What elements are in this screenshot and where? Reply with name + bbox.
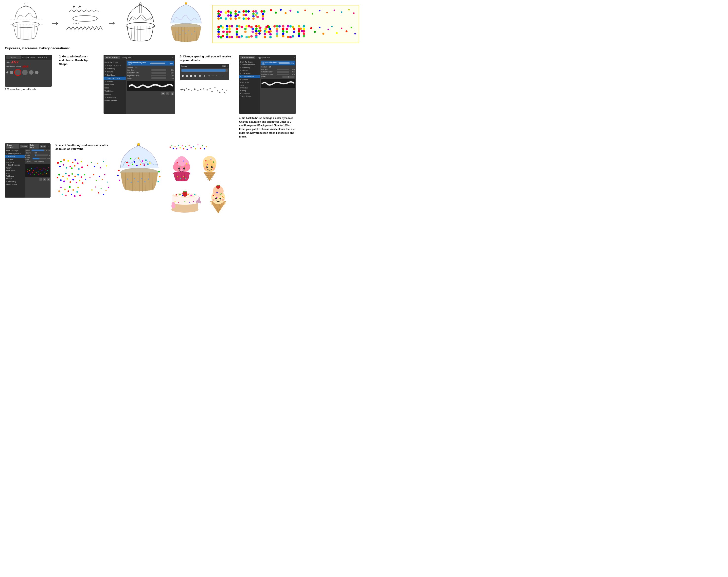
svg-point-139 [236,31,238,33]
svg-point-318 [68,190,69,192]
svg-point-392 [173,148,174,149]
decoration-box [212,5,359,43]
svg-point-274 [45,169,46,170]
svg-point-142 [238,36,241,38]
svg-point-148 [252,28,254,30]
svg-point-335 [96,180,97,181]
arrow-icon-2 [108,20,116,27]
svg-point-20 [73,16,97,22]
svg-point-233 [223,75,223,76]
svg-point-230 [212,75,213,76]
svg-point-304 [73,178,74,180]
svg-point-465 [194,194,196,195]
svg-point-260 [32,172,33,173]
svg-point-61 [217,18,220,20]
svg-point-268 [40,169,41,170]
svg-point-341 [95,187,96,188]
svg-point-493 [212,199,214,201]
svg-text:★: ★ [207,164,208,165]
svg-point-361 [128,165,129,166]
svg-point-309 [81,176,82,178]
svg-point-64 [219,14,221,16]
svg-point-69 [230,18,232,20]
svg-point-198 [289,36,292,38]
svg-point-284 [68,160,69,162]
svg-point-172 [268,28,271,30]
svg-point-156 [255,30,258,32]
svg-point-208 [303,28,305,30]
svg-point-253 [227,90,227,91]
svg-point-286 [72,162,74,163]
svg-point-174 [269,33,272,35]
svg-point-214 [319,27,320,28]
svg-point-225 [190,75,192,77]
svg-point-344 [103,194,104,195]
svg-text:↑: ↑ [73,6,74,9]
svg-point-259 [31,168,32,169]
svg-point-469 [189,202,190,203]
svg-point-461 [180,194,181,195]
svg-point-127 [226,28,228,30]
svg-point-111 [341,11,342,13]
svg-point-470 [193,201,194,202]
svg-point-177 [268,31,270,33]
svg-point-285 [70,166,71,167]
svg-point-379 [134,178,135,180]
arrow-icon [52,20,59,27]
svg-point-153 [250,35,253,38]
svg-point-83 [245,14,247,16]
svg-text:★: ★ [211,164,213,166]
svg-point-257 [29,170,30,171]
svg-point-210 [303,32,305,35]
svg-point-220 [346,30,347,32]
svg-point-491 [215,198,217,199]
kawaii-icecream-2 [205,184,232,215]
svg-point-316 [64,189,66,190]
step1-area: Normal Opacity: 100% Flow: 100% Size ANY… [5,55,54,91]
svg-point-145 [248,25,250,28]
svg-point-297 [62,176,63,177]
svg-point-203 [298,32,300,35]
svg-point-137 [241,26,243,28]
svg-point-166 [264,33,266,35]
svg-point-472 [172,202,175,205]
brush-tip-diagram: = ↓ ↑ ↑ = ↓ [64,5,104,39]
svg-point-264 [36,172,37,173]
svg-point-164 [258,32,261,35]
svg-point-113 [353,12,355,14]
svg-point-321 [73,189,74,191]
svg-point-441 [211,166,213,168]
svg-text:↓: ↓ [78,6,79,9]
svg-point-163 [258,30,260,32]
svg-point-81 [247,10,250,12]
svg-point-116 [217,31,220,33]
svg-point-336 [99,176,100,177]
svg-point-340 [92,189,93,190]
svg-point-235 [180,89,182,90]
svg-point-187 [282,30,285,32]
svg-point-63 [220,17,223,19]
svg-point-197 [287,36,289,38]
svg-point-128 [228,28,231,30]
svg-point-196 [293,31,295,33]
svg-point-315 [62,194,63,195]
svg-point-279 [60,161,62,162]
svg-point-334 [93,174,95,175]
svg-point-51 [177,31,178,32]
svg-point-429 [177,176,178,177]
svg-point-292 [81,161,82,162]
svg-line-8 [31,25,32,39]
svg-point-90 [252,18,255,20]
svg-point-121 [223,31,225,33]
svg-point-66 [227,10,230,12]
step2-area: 2. Go to window/brush and choose Brush T… [59,55,99,67]
svg-point-422 [185,169,187,171]
top-row: = ↓ ↑ ↑ = ↓ [0,0,364,44]
svg-point-241 [194,88,196,90]
svg-point-96 [263,10,265,12]
svg-point-144 [245,25,248,28]
svg-point-224 [186,75,188,77]
svg-point-356 [134,161,135,163]
svg-point-278 [57,162,59,164]
svg-point-389 [158,181,159,182]
